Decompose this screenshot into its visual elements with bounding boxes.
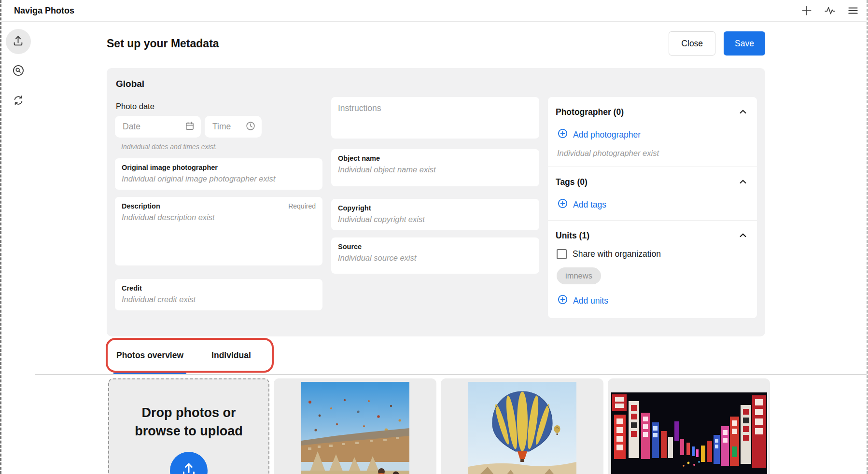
credit-field[interactable]: Credit Individual credit exist bbox=[115, 279, 322, 310]
chevron-up-icon[interactable] bbox=[737, 176, 749, 188]
topbar-actions bbox=[800, 4, 860, 17]
add-units-label: Add units bbox=[573, 296, 608, 306]
tab-bar: Photos overview Individual bbox=[35, 336, 867, 375]
app-window: Naviga Photos bbox=[0, 0, 868, 474]
add-tags-button[interactable]: Add tags bbox=[557, 198, 749, 211]
divider bbox=[548, 167, 757, 167]
units-section: Units (1) Share with organization imnews bbox=[556, 229, 749, 307]
header-actions: Close Save bbox=[669, 31, 765, 56]
required-badge: Required bbox=[288, 202, 316, 210]
time-field[interactable] bbox=[205, 116, 262, 138]
time-input[interactable] bbox=[211, 121, 245, 132]
description-field[interactable]: Description Required Individual descript… bbox=[115, 197, 322, 265]
app-title: Naviga Photos bbox=[14, 6, 74, 16]
photo-balloons-vista bbox=[301, 382, 409, 474]
divider bbox=[548, 220, 757, 221]
date-input[interactable] bbox=[122, 121, 184, 132]
clock-icon bbox=[245, 121, 256, 133]
chevron-up-icon[interactable] bbox=[737, 106, 749, 118]
photo-date-helper: Individual dates and times exist. bbox=[121, 143, 322, 151]
photo-balloon-closeup bbox=[468, 382, 576, 474]
object-name-field[interactable]: Object name Individual object name exist bbox=[331, 149, 539, 186]
search-icon bbox=[12, 64, 25, 79]
close-button[interactable]: Close bbox=[669, 31, 715, 56]
tab-photos-overview[interactable]: Photos overview bbox=[113, 336, 186, 374]
add-photographer-label: Add photographer bbox=[573, 130, 641, 140]
field-placeholder: Individual original image photographer e… bbox=[122, 174, 316, 183]
sidebar bbox=[1, 22, 35, 474]
photographer-section-title: Photographer (0) bbox=[556, 107, 624, 117]
share-checkbox[interactable] bbox=[557, 249, 567, 259]
field-placeholder: Individual source exist bbox=[338, 253, 532, 263]
field-label: Original image photographer bbox=[122, 164, 316, 171]
collections-card: Photographer (0) Add photographer bbox=[548, 97, 757, 318]
photos-overview-section: Drop photos or browse to upload bbox=[35, 375, 867, 474]
photo-date-row bbox=[115, 116, 322, 138]
copyright-field[interactable]: Copyright Individual copyright exist bbox=[331, 199, 539, 230]
tags-section-title: Tags (0) bbox=[556, 177, 588, 187]
units-section-title: Units (1) bbox=[556, 231, 589, 241]
dropzone-line1: Drop photos or bbox=[109, 404, 268, 422]
page-header: Set up your Metadata Close Save bbox=[35, 22, 867, 56]
add-photographer-button[interactable]: Add photographer bbox=[557, 128, 749, 141]
field-label: Credit bbox=[122, 284, 316, 292]
panel-column-left: Global Photo date bbox=[115, 78, 322, 318]
activity-icon[interactable] bbox=[823, 4, 837, 17]
date-field[interactable] bbox=[115, 116, 201, 138]
upload-icon bbox=[12, 34, 25, 49]
share-with-organization-option[interactable]: Share with organization bbox=[557, 249, 749, 259]
upload-dropzone[interactable]: Drop photos or browse to upload bbox=[108, 378, 269, 474]
original-photographer-field[interactable]: Original image photographer Individual o… bbox=[115, 158, 322, 190]
field-placeholder: Individual credit exist bbox=[122, 295, 316, 304]
tab-individual[interactable]: Individual bbox=[209, 336, 254, 374]
photographer-section: Photographer (0) Add photographer bbox=[556, 106, 749, 158]
share-label: Share with organization bbox=[573, 249, 661, 259]
tags-section: Tags (0) Add tags bbox=[556, 176, 749, 211]
dropzone-line2: browse to upload bbox=[109, 422, 268, 440]
field-label: Copyright bbox=[338, 204, 532, 212]
photo-thumbnail-2[interactable] bbox=[441, 378, 603, 474]
field-label: Source bbox=[338, 243, 532, 251]
add-units-button[interactable]: Add units bbox=[557, 294, 749, 307]
sync-icon bbox=[12, 94, 25, 109]
main-content: Set up your Metadata Close Save Global P… bbox=[35, 22, 867, 474]
panel-title: Global bbox=[116, 79, 322, 89]
unit-chip[interactable]: imnews bbox=[557, 267, 601, 284]
field-placeholder: Individual description exist bbox=[122, 213, 316, 222]
sidebar-search-button[interactable] bbox=[6, 59, 31, 84]
add-icon[interactable] bbox=[800, 4, 813, 17]
photo-date-label: Photo date bbox=[116, 102, 322, 111]
photo-thumbnail-3[interactable] bbox=[608, 378, 770, 474]
calendar-icon bbox=[184, 121, 195, 133]
source-field[interactable]: Source Individual source exist bbox=[331, 237, 539, 274]
page-title: Set up your Metadata bbox=[107, 37, 219, 50]
chevron-up-icon[interactable] bbox=[737, 229, 749, 242]
photographer-helper: Individual photographer exist bbox=[557, 149, 749, 158]
add-tags-label: Add tags bbox=[573, 200, 606, 210]
sidebar-sync-button[interactable] bbox=[6, 89, 31, 114]
photo-neon-street bbox=[611, 392, 767, 474]
dropzone-text: Drop photos or browse to upload bbox=[109, 404, 268, 440]
field-placeholder: Individual copyright exist bbox=[338, 215, 532, 224]
save-button[interactable]: Save bbox=[724, 31, 765, 56]
add-circle-icon bbox=[557, 198, 568, 211]
panel-column-right: Photographer (0) Add photographer bbox=[548, 97, 757, 318]
add-circle-icon bbox=[557, 294, 568, 307]
field-placeholder: Individual object name exist bbox=[338, 165, 532, 174]
photo-thumbnail-1[interactable] bbox=[274, 378, 436, 474]
instructions-field[interactable] bbox=[331, 97, 539, 139]
add-circle-icon bbox=[557, 128, 568, 141]
upload-icon bbox=[180, 461, 197, 474]
global-metadata-panel: Global Photo date bbox=[107, 68, 765, 336]
field-label: Description bbox=[122, 202, 160, 210]
field-label: Object name bbox=[338, 154, 532, 162]
sidebar-upload-button[interactable] bbox=[6, 29, 31, 54]
panel-column-middle: Object name Individual object name exist… bbox=[331, 97, 539, 318]
upload-button[interactable] bbox=[170, 452, 208, 474]
topbar: Naviga Photos bbox=[1, 0, 867, 22]
menu-icon[interactable] bbox=[846, 4, 860, 17]
